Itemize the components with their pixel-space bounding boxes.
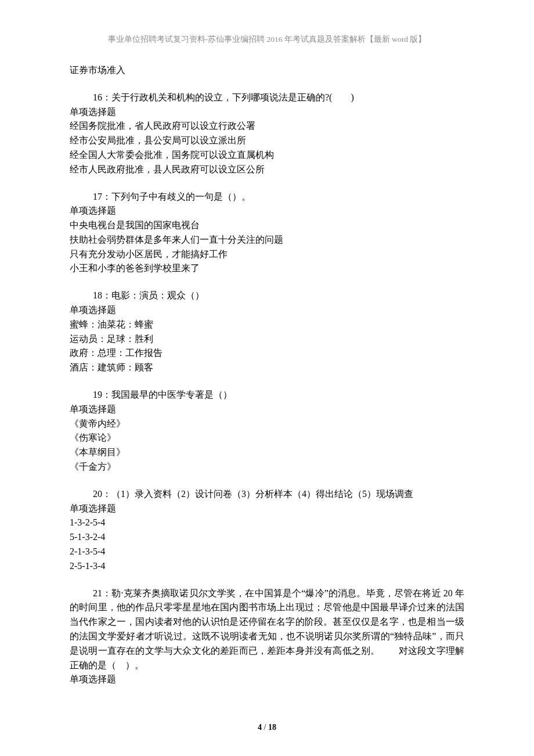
option: 2-1-3-5-4 [70,545,464,559]
option: 经市人民政府批准，县人民政府可以设立区公所 [70,163,464,177]
question-type: 单项选择题 [70,105,464,120]
question-type: 单项选择题 [70,402,464,417]
option: 政府：总理：工作报告 [70,346,464,361]
page-footer: 4 / 18 [0,721,534,734]
option: 只有充分发动小区居民，才能搞好工作 [70,247,464,262]
question-20: 20：（1）录入资料（2）设计问卷（3）分析样本（4）得出结论（5）现场调查 单… [70,487,464,574]
page-number-total: 18 [268,723,276,732]
question-21: 21：勒·克莱齐奥摘取诺贝尔文学奖，在中国算是个“爆冷”的消息。毕竟，尽管在将近… [70,586,464,687]
option: 蜜蜂：油菜花：蜂蜜 [70,318,464,332]
question-lead: 17：下列句子中有歧义的一句是（）。 [70,190,464,204]
question-19: 19：我国最早的中医学专著是（） 单项选择题 《黄帝内经》 《伤寒论》 《本草纲… [70,388,464,474]
option: 1-3-2-5-4 [70,516,464,530]
page-number-current: 4 [258,723,262,732]
page-number-sep: / [262,723,268,732]
question-lead: 20：（1）录入资料（2）设计问卷（3）分析样本（4）得出结论（5）现场调查 [70,487,464,502]
question-18: 18：电影：演员：观众（） 单项选择题 蜜蜂：油菜花：蜂蜜 运动员：足球：胜利 … [70,289,464,375]
orphan-option-line: 证券市场准入 [70,63,464,78]
question-type: 单项选择题 [70,502,464,516]
option: 小王和小李的爸爸到学校里来了 [70,261,464,276]
question-type: 单项选择题 [70,204,464,218]
option: 酒店：建筑师：顾客 [70,361,464,375]
option: 《本草纲目》 [70,445,464,460]
option: 《千金方》 [70,460,464,474]
option: 经市公安局批准，县公安局可以设立派出所 [70,134,464,148]
option: 《伤寒论》 [70,431,464,445]
option: 经全国人大常委会批准，国务院可以设立直属机构 [70,148,464,163]
question-type: 单项选择题 [70,672,464,687]
question-lead: 16：关于行政机关和机构的设立，下列哪项说法是正确的?( ) [70,91,464,105]
question-16: 16：关于行政机关和机构的设立，下列哪项说法是正确的?( ) 单项选择题 经国务… [70,91,464,177]
option: 经国务院批准，省人民政府可以设立行政公署 [70,119,464,134]
question-lead: 18：电影：演员：观众（） [70,289,464,303]
page-header: 事业单位招聘考试复习资料-苏仙事业编招聘 2016 年考试真题及答案解析【最新 … [70,34,464,46]
option: 扶助社会弱势群体是多年来人们一直十分关注的问题 [70,233,464,247]
question-lead: 21：勒·克莱齐奥摘取诺贝尔文学奖，在中国算是个“爆冷”的消息。毕竟，尽管在将近… [70,586,464,673]
option: 5-1-3-2-4 [70,530,464,545]
option: 运动员：足球：胜利 [70,332,464,347]
question-17: 17：下列句子中有歧义的一句是（）。 单项选择题 中央电视台是我国的国家电视台 … [70,190,464,276]
option: 2-5-1-3-4 [70,559,464,574]
option: 《黄帝内经》 [70,417,464,431]
question-lead: 19：我国最早的中医学专著是（） [70,388,464,402]
question-type: 单项选择题 [70,303,464,318]
document-page: 事业单位招聘考试复习资料-苏仙事业编招聘 2016 年考试真题及答案解析【最新 … [0,0,534,756]
option: 中央电视台是我国的国家电视台 [70,218,464,233]
